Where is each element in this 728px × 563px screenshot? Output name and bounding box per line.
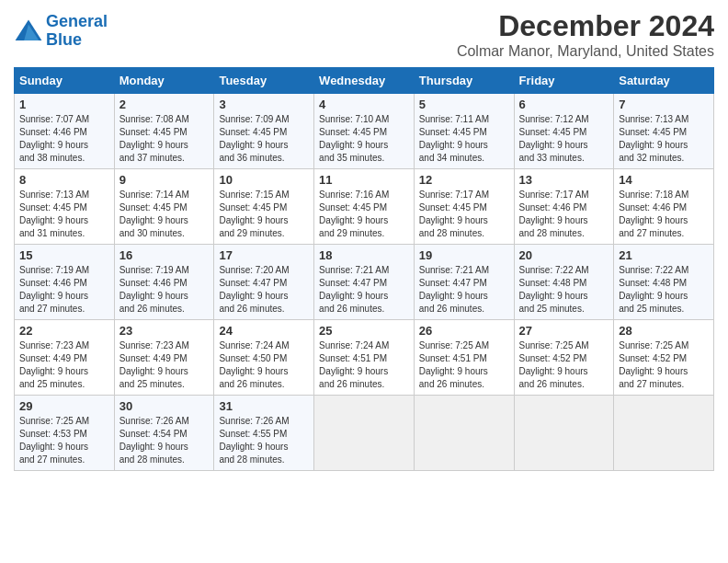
- logo: General Blue: [14, 13, 108, 50]
- day-detail: Sunrise: 7:25 AM Sunset: 4:51 PM Dayligh…: [419, 339, 509, 391]
- header: General Blue December 2024 Colmar Manor,…: [14, 9, 714, 60]
- logo-text: General Blue: [46, 13, 108, 50]
- day-cell: 27Sunrise: 7:25 AM Sunset: 4:52 PM Dayli…: [514, 320, 614, 396]
- subtitle: Colmar Manor, Maryland, United States: [457, 43, 714, 60]
- day-detail: Sunrise: 7:18 AM Sunset: 4:46 PM Dayligh…: [619, 189, 709, 240]
- day-cell: [514, 396, 614, 471]
- day-cell: 12Sunrise: 7:17 AM Sunset: 4:45 PM Dayli…: [414, 169, 514, 245]
- day-detail: Sunrise: 7:13 AM Sunset: 4:45 PM Dayligh…: [19, 189, 109, 240]
- day-cell: [414, 396, 514, 471]
- day-cell: 19Sunrise: 7:21 AM Sunset: 4:47 PM Dayli…: [414, 245, 514, 320]
- day-cell: 22Sunrise: 7:23 AM Sunset: 4:49 PM Dayli…: [15, 320, 115, 396]
- day-detail: Sunrise: 7:25 AM Sunset: 4:52 PM Dayligh…: [619, 339, 709, 391]
- day-detail: Sunrise: 7:20 AM Sunset: 4:47 PM Dayligh…: [219, 264, 309, 316]
- day-cell: 4Sunrise: 7:10 AM Sunset: 4:45 PM Daylig…: [314, 94, 415, 169]
- day-cell: 28Sunrise: 7:25 AM Sunset: 4:52 PM Dayli…: [614, 320, 714, 396]
- day-number: 7: [619, 98, 709, 111]
- day-cell: 26Sunrise: 7:25 AM Sunset: 4:51 PM Dayli…: [414, 320, 514, 396]
- header-cell-sunday: Sunday: [15, 68, 115, 94]
- title-area: December 2024 Colmar Manor, Maryland, Un…: [457, 9, 714, 60]
- day-cell: 11Sunrise: 7:16 AM Sunset: 4:45 PM Dayli…: [314, 169, 415, 245]
- day-cell: 14Sunrise: 7:18 AM Sunset: 4:46 PM Dayli…: [614, 169, 714, 245]
- day-detail: Sunrise: 7:08 AM Sunset: 4:45 PM Dayligh…: [119, 113, 210, 165]
- day-detail: Sunrise: 7:24 AM Sunset: 4:50 PM Dayligh…: [219, 339, 309, 391]
- day-detail: Sunrise: 7:09 AM Sunset: 4:45 PM Dayligh…: [219, 113, 309, 165]
- day-number: 23: [119, 324, 210, 338]
- day-detail: Sunrise: 7:17 AM Sunset: 4:45 PM Dayligh…: [419, 189, 509, 240]
- day-number: 5: [419, 98, 509, 111]
- day-cell: 25Sunrise: 7:24 AM Sunset: 4:51 PM Dayli…: [314, 320, 415, 396]
- day-cell: 24Sunrise: 7:24 AM Sunset: 4:50 PM Dayli…: [214, 320, 314, 396]
- day-number: 2: [119, 98, 210, 111]
- main-title: December 2024: [457, 9, 714, 43]
- day-number: 28: [619, 324, 709, 338]
- day-detail: Sunrise: 7:07 AM Sunset: 4:46 PM Dayligh…: [19, 113, 109, 165]
- day-cell: 21Sunrise: 7:22 AM Sunset: 4:48 PM Dayli…: [614, 245, 714, 320]
- logo-icon: [14, 18, 43, 44]
- day-detail: Sunrise: 7:11 AM Sunset: 4:45 PM Dayligh…: [419, 113, 509, 165]
- day-number: 21: [619, 248, 709, 262]
- day-cell: 6Sunrise: 7:12 AM Sunset: 4:45 PM Daylig…: [514, 94, 614, 169]
- day-number: 10: [219, 173, 309, 187]
- day-detail: Sunrise: 7:13 AM Sunset: 4:45 PM Dayligh…: [619, 113, 709, 165]
- day-number: 24: [219, 324, 309, 338]
- day-number: 20: [519, 248, 609, 262]
- week-row-3: 15Sunrise: 7:19 AM Sunset: 4:46 PM Dayli…: [15, 245, 714, 320]
- day-number: 19: [419, 248, 509, 262]
- day-number: 6: [519, 98, 609, 111]
- calendar-table: SundayMondayTuesdayWednesdayThursdayFrid…: [14, 67, 714, 471]
- day-cell: 5Sunrise: 7:11 AM Sunset: 4:45 PM Daylig…: [414, 94, 514, 169]
- day-cell: 20Sunrise: 7:22 AM Sunset: 4:48 PM Dayli…: [514, 245, 614, 320]
- week-row-5: 29Sunrise: 7:25 AM Sunset: 4:53 PM Dayli…: [15, 396, 714, 471]
- day-cell: 29Sunrise: 7:25 AM Sunset: 4:53 PM Dayli…: [15, 396, 115, 471]
- day-cell: 3Sunrise: 7:09 AM Sunset: 4:45 PM Daylig…: [214, 94, 314, 169]
- day-detail: Sunrise: 7:25 AM Sunset: 4:53 PM Dayligh…: [19, 415, 109, 466]
- day-number: 25: [319, 324, 409, 338]
- day-number: 17: [219, 248, 309, 262]
- day-cell: 17Sunrise: 7:20 AM Sunset: 4:47 PM Dayli…: [214, 245, 314, 320]
- day-number: 13: [519, 173, 609, 187]
- day-detail: Sunrise: 7:12 AM Sunset: 4:45 PM Dayligh…: [519, 113, 609, 165]
- day-detail: Sunrise: 7:22 AM Sunset: 4:48 PM Dayligh…: [519, 264, 609, 316]
- header-cell-tuesday: Tuesday: [214, 68, 314, 94]
- day-number: 12: [419, 173, 509, 187]
- day-number: 4: [319, 98, 409, 111]
- day-detail: Sunrise: 7:25 AM Sunset: 4:52 PM Dayligh…: [519, 339, 609, 391]
- day-number: 3: [219, 98, 309, 111]
- day-cell: 7Sunrise: 7:13 AM Sunset: 4:45 PM Daylig…: [614, 94, 714, 169]
- week-row-4: 22Sunrise: 7:23 AM Sunset: 4:49 PM Dayli…: [15, 320, 714, 396]
- day-number: 31: [219, 399, 309, 413]
- day-cell: 18Sunrise: 7:21 AM Sunset: 4:47 PM Dayli…: [314, 245, 415, 320]
- header-cell-monday: Monday: [114, 68, 214, 94]
- day-detail: Sunrise: 7:15 AM Sunset: 4:45 PM Dayligh…: [219, 189, 309, 240]
- header-cell-friday: Friday: [514, 68, 614, 94]
- week-row-2: 8Sunrise: 7:13 AM Sunset: 4:45 PM Daylig…: [15, 169, 714, 245]
- day-number: 8: [19, 173, 109, 187]
- day-detail: Sunrise: 7:26 AM Sunset: 4:55 PM Dayligh…: [219, 415, 309, 466]
- day-number: 22: [19, 324, 109, 338]
- day-cell: 23Sunrise: 7:23 AM Sunset: 4:49 PM Dayli…: [114, 320, 214, 396]
- day-number: 26: [419, 324, 509, 338]
- day-cell: 9Sunrise: 7:14 AM Sunset: 4:45 PM Daylig…: [114, 169, 214, 245]
- day-detail: Sunrise: 7:19 AM Sunset: 4:46 PM Dayligh…: [19, 264, 109, 316]
- day-cell: 30Sunrise: 7:26 AM Sunset: 4:54 PM Dayli…: [114, 396, 214, 471]
- day-detail: Sunrise: 7:10 AM Sunset: 4:45 PM Dayligh…: [319, 113, 409, 165]
- day-detail: Sunrise: 7:26 AM Sunset: 4:54 PM Dayligh…: [119, 415, 210, 466]
- day-number: 27: [519, 324, 609, 338]
- day-number: 16: [119, 248, 210, 262]
- day-number: 15: [19, 248, 109, 262]
- day-detail: Sunrise: 7:23 AM Sunset: 4:49 PM Dayligh…: [19, 339, 109, 391]
- calendar-body: 1Sunrise: 7:07 AM Sunset: 4:46 PM Daylig…: [15, 94, 714, 471]
- day-number: 9: [119, 173, 210, 187]
- day-number: 11: [319, 173, 409, 187]
- day-detail: Sunrise: 7:24 AM Sunset: 4:51 PM Dayligh…: [319, 339, 409, 391]
- day-cell: 16Sunrise: 7:19 AM Sunset: 4:46 PM Dayli…: [114, 245, 214, 320]
- day-cell: 2Sunrise: 7:08 AM Sunset: 4:45 PM Daylig…: [114, 94, 214, 169]
- header-row: SundayMondayTuesdayWednesdayThursdayFrid…: [15, 68, 714, 94]
- day-cell: 8Sunrise: 7:13 AM Sunset: 4:45 PM Daylig…: [15, 169, 115, 245]
- header-cell-wednesday: Wednesday: [314, 68, 415, 94]
- day-detail: Sunrise: 7:21 AM Sunset: 4:47 PM Dayligh…: [319, 264, 409, 316]
- logo-line1: General: [46, 12, 108, 30]
- day-detail: Sunrise: 7:23 AM Sunset: 4:49 PM Dayligh…: [119, 339, 210, 391]
- header-cell-saturday: Saturday: [614, 68, 714, 94]
